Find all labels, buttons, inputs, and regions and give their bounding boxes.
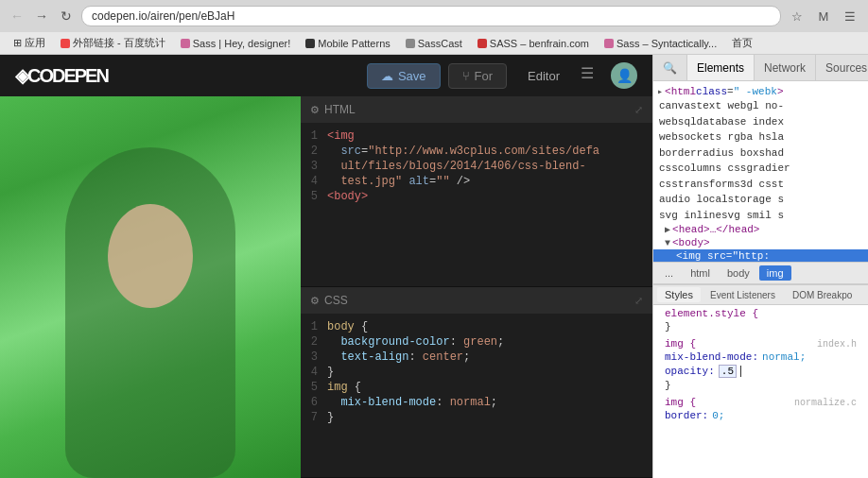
profile-icon[interactable]: M	[813, 6, 834, 26]
tab-dom-breakpoints[interactable]: DOM Breakpo	[785, 288, 859, 302]
codepen-panel: ◈CODEPEN ☁ Save ⑂ For Editor ☰ 👤	[0, 55, 652, 478]
codepen-logo: ◈CODEPEN	[15, 64, 108, 87]
tab-network-label: Network	[764, 61, 806, 75]
style-img-selector-line: img { index.h	[659, 337, 862, 350]
save-label: Save	[398, 69, 426, 83]
code-line: 7 }	[301, 410, 652, 425]
html-gear-icon[interactable]: ⚙	[310, 104, 320, 116]
bookmark-sass-hey[interactable]: Sass | Hey, designer!	[175, 37, 297, 50]
tab-sources-label: Sources	[825, 61, 867, 75]
html-code-content[interactable]: 1 <img 2 src="http://www.w3cplus.com/sit…	[301, 123, 652, 286]
address-bar[interactable]: codepen.io/airen/pen/eBJaH	[81, 6, 781, 26]
collapse-arrow[interactable]: ▸	[657, 86, 663, 97]
code-line: 5 img {	[301, 380, 652, 395]
code-line: 2 src="http://www.w3cplus.com/sites/defa	[301, 144, 652, 159]
style-img-close: }	[659, 379, 862, 392]
codepen-menu-button[interactable]: ☰	[581, 64, 603, 87]
bookmark-sass-benfrain[interactable]: SASS – benfrain.com	[472, 37, 595, 50]
dom-line: ▼ <body>	[653, 236, 868, 249]
style-rule-img2: img { normalize.c border: 0;	[653, 394, 868, 424]
bookmarks-bar: ⊞ 应用 外部链接 - 百度统计 Sass | Hey, designer! M…	[0, 32, 868, 55]
fork-button[interactable]: ⑂ For	[448, 63, 508, 89]
cloud-icon: ☁	[381, 69, 393, 83]
dom-tree: ▸ <html class=" -webk > canvastext webgl…	[653, 81, 868, 262]
dom-line: ▸ <html class=" -webk >	[653, 85, 868, 98]
html-panel-header: ⚙ HTML ⤢	[301, 96, 652, 123]
style-tabs: Styles Event Listeners DOM Breakpo	[653, 284, 868, 305]
css-panel-title: ⚙ CSS	[310, 294, 348, 307]
html-title-text: HTML	[324, 103, 356, 116]
back-button[interactable]: ←	[8, 7, 26, 26]
style-mix-blend-line: mix-blend-mode: normal;	[659, 350, 862, 364]
editor-button[interactable]: Editor	[514, 64, 573, 88]
code-line: 3 text-align: center;	[301, 350, 652, 365]
css-title-text: CSS	[324, 294, 348, 307]
breadcrumb-html[interactable]: html	[683, 265, 718, 281]
code-line: 6 mix-blend-mode: normal;	[301, 395, 652, 410]
user-avatar: 👤	[611, 62, 637, 89]
dom-line: ▶ <head>…</head>	[653, 223, 868, 236]
tab-styles[interactable]: Styles	[657, 287, 701, 302]
tab-network[interactable]: Network	[755, 55, 816, 80]
fork-label: For	[475, 69, 494, 83]
code-panels: ⚙ HTML ⤢ 1 <img 2 src="http://www.w3cplu…	[301, 96, 652, 478]
css-expand-button[interactable]: ⤢	[634, 295, 643, 307]
breadcrumb-body[interactable]: body	[720, 265, 757, 281]
editor-label: Editor	[528, 69, 560, 83]
code-line: 4 }	[301, 365, 652, 380]
preview-image	[0, 96, 301, 478]
browser-chrome: ← → ↻ codepen.io/airen/pen/eBJaH ☆ M ☰ ⊞…	[0, 0, 868, 55]
breadcrumb-img[interactable]: img	[759, 265, 791, 281]
opacity-value[interactable]: .5	[719, 365, 737, 378]
css-code-content[interactable]: 1 body { 2 background-color: green; 3 te…	[301, 314, 652, 477]
panels-area: ⚙ HTML ⤢ 1 <img 2 src="http://www.w3cplu…	[0, 96, 652, 478]
devtools-panel: 🔍 Elements Network Sources Tim ▸ <html c…	[652, 55, 868, 478]
html-expand-button[interactable]: ⤢	[634, 104, 643, 116]
bookmark-baidu[interactable]: 外部链接 - 百度统计	[55, 35, 171, 51]
dom-feature-list: canvastext webgl no- websqldatabase inde…	[653, 98, 868, 223]
forward-button[interactable]: →	[32, 7, 51, 26]
bookmark-mobile-patterns[interactable]: M Mobile Patterns	[300, 37, 395, 50]
style-rule-element: element.style { }	[653, 305, 868, 335]
styles-panel: element.style { } img { index.h mix-blen…	[653, 305, 868, 478]
style-opacity-line: opacity: .5	[659, 364, 862, 379]
style-close-brace: }	[659, 320, 862, 333]
bookmark-apps[interactable]: ⊞ 应用	[8, 35, 51, 51]
devtools-search-icon[interactable]: 🔍	[653, 55, 687, 80]
code-line: 2 background-color: green;	[301, 334, 652, 350]
browser-nav: ← → ↻ codepen.io/airen/pen/eBJaH ☆ M ☰	[0, 0, 868, 32]
star-icon[interactable]: ☆	[787, 6, 807, 26]
css-gear-icon[interactable]: ⚙	[310, 295, 320, 307]
code-line: 4 test.jpg" alt="" />	[301, 174, 652, 189]
style-img2-selector-line: img { normalize.c	[659, 396, 862, 409]
browser-menu-icon[interactable]: ☰	[840, 6, 860, 26]
refresh-button[interactable]: ↻	[57, 7, 76, 26]
css-panel: ⚙ CSS ⤢ 1 body { 2 background-color: gre…	[301, 287, 652, 478]
code-line: 1 body {	[301, 319, 652, 334]
tab-event-listeners[interactable]: Event Listeners	[703, 288, 783, 302]
tab-elements-label: Elements	[697, 61, 744, 75]
main-area: ◈CODEPEN ☁ Save ⑂ For Editor ☰ 👤	[0, 55, 868, 478]
code-line: 3 ult/files/blogs/2014/1406/css-blend-	[301, 159, 652, 174]
address-text: codepen.io/airen/pen/eBJaH	[92, 9, 234, 23]
code-line: 1 <img	[301, 128, 652, 144]
code-line: 5 <body>	[301, 189, 652, 204]
codepen-header: ◈CODEPEN ☁ Save ⑂ For Editor ☰ 👤	[0, 55, 652, 96]
tab-sources[interactable]: Sources	[816, 55, 868, 80]
tab-elements[interactable]: Elements	[687, 55, 755, 80]
bookmark-sass-syntactically[interactable]: Sass – Syntactically...	[599, 37, 722, 50]
devtools-breadcrumb-tabs: ... html body img	[653, 262, 868, 284]
preview-panel	[0, 96, 301, 478]
devtools-tabs: 🔍 Elements Network Sources Tim	[653, 55, 868, 81]
dom-line-selected[interactable]: <img src="http:	[653, 249, 868, 262]
codepen-toolbar: ☁ Save ⑂ For Editor ☰ 👤	[367, 62, 637, 89]
html-panel-title: ⚙ HTML	[310, 103, 356, 116]
style-rule-img: img { index.h mix-blend-mode: normal; op…	[653, 335, 868, 394]
save-button[interactable]: ☁ Save	[367, 63, 441, 89]
style-border-line: border: 0;	[659, 409, 862, 422]
html-panel: ⚙ HTML ⤢ 1 <img 2 src="http://www.w3cplu…	[301, 96, 652, 287]
bookmark-sasscast[interactable]: SassCast	[400, 37, 468, 50]
bookmark-home[interactable]: 首页	[726, 35, 758, 51]
breadcrumb-dots[interactable]: ...	[657, 265, 681, 281]
css-panel-header: ⚙ CSS ⤢	[301, 287, 652, 314]
